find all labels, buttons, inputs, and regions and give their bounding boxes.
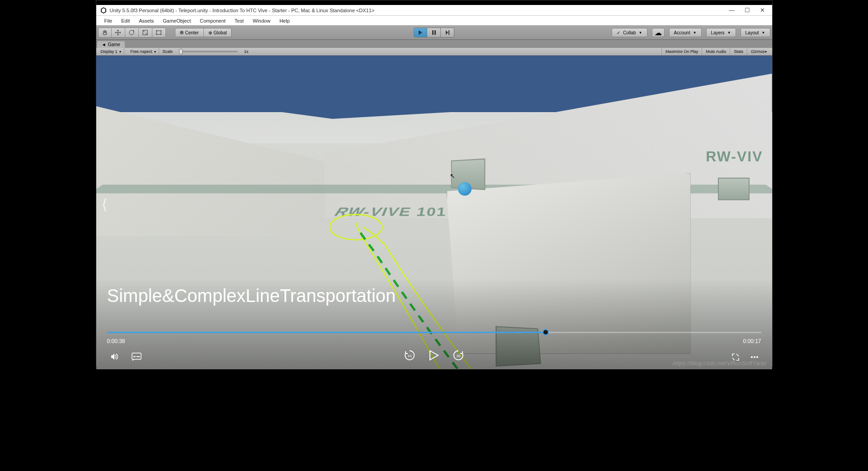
aspect-dropdown[interactable]: Free Aspect▾ [128, 48, 159, 55]
cursor-icon: ↖ [450, 172, 455, 179]
time-elapsed: 0:00:38 [107, 338, 125, 344]
scale-handle[interactable] [179, 49, 183, 54]
cloud-icon: ☁ [655, 28, 662, 37]
layers-dropdown[interactable]: Layers▼ [706, 28, 736, 37]
minimize-button[interactable]: — [728, 6, 736, 14]
layout-dropdown[interactable]: Layout▼ [741, 28, 770, 37]
scene-cube [718, 178, 750, 200]
display-dropdown[interactable]: Display 1▾ [98, 48, 124, 55]
svg-point-3 [156, 30, 157, 31]
pivot-handle-toggles: Center ⊕Global [175, 28, 232, 37]
game-tab-label: Game [108, 42, 120, 47]
title-bar: Unity 5.5.0f3 Personal (64bit) - Telepor… [96, 5, 772, 16]
collab-dropdown[interactable]: ✓Collab▼ [612, 28, 647, 37]
gizmos[interactable]: Gizmos▾ [747, 48, 770, 55]
menu-help[interactable]: Help [275, 17, 294, 25]
volume-button[interactable] [110, 352, 119, 361]
menu-edit[interactable]: Edit [117, 17, 134, 25]
handle-toggle[interactable]: ⊕Global [203, 28, 232, 37]
pivot-label: Center [185, 30, 199, 35]
play-video-button[interactable] [429, 350, 439, 361]
hand-tool[interactable] [98, 28, 112, 38]
transform-tools [98, 28, 166, 38]
svg-text:30: 30 [457, 354, 461, 358]
svg-point-17 [754, 356, 755, 358]
global-icon: ⊕ [208, 30, 212, 35]
svg-rect-7 [432, 30, 434, 35]
play-button[interactable] [414, 28, 427, 38]
scale-label: Scale [163, 49, 173, 54]
svg-point-18 [756, 356, 758, 358]
pause-button[interactable] [427, 28, 441, 38]
aspect-label: Free Aspect [131, 49, 152, 54]
svg-rect-2 [156, 31, 161, 34]
watermark: https://blog.csdn.net/VRunSoftYanlz [673, 360, 766, 367]
svg-text:10: 10 [408, 354, 412, 358]
game-toolbar: Display 1▾ Free Aspect▾ Scale 1x Maximiz… [96, 48, 772, 56]
maximize-on-play[interactable]: Maximize On Play [661, 48, 702, 55]
progress-handle[interactable] [542, 329, 549, 335]
gizmos-label: Gizmos [751, 49, 765, 54]
rotate-tool[interactable] [125, 28, 139, 38]
chevron-icon: ▾ [154, 50, 156, 54]
scene-table [447, 173, 691, 354]
floor-text: RW-VIV [706, 148, 763, 165]
collab-label: Collab [623, 30, 636, 35]
game-view: RW-VIVE 101 RW-VIV ↖ ⟨ Simple&ComplexLin… [96, 56, 772, 369]
cloud-button[interactable]: ☁ [652, 28, 665, 37]
scale-value: 1x [244, 49, 249, 54]
step-button[interactable] [441, 28, 454, 38]
menu-file[interactable]: File [100, 17, 117, 25]
chevron-down-icon: ▼ [727, 31, 731, 35]
floor-text: RW-VIVE 101 [331, 206, 447, 219]
move-tool[interactable] [112, 28, 125, 38]
close-button[interactable]: ✕ [759, 6, 767, 14]
chevron-icon: ▾ [765, 50, 767, 54]
layout-label: Layout [745, 30, 759, 35]
video-progress-bar[interactable] [107, 332, 761, 333]
account-dropdown[interactable]: Account▼ [669, 28, 702, 37]
main-toolbar: Center ⊕Global ✓Collab▼ ☁ Account▼ Layer… [96, 26, 772, 40]
scale-tool[interactable] [139, 28, 152, 38]
skip-back-button[interactable]: 10 [404, 349, 415, 361]
menu-test[interactable]: Test [230, 17, 248, 25]
svg-rect-8 [434, 30, 436, 35]
chevron-down-icon: ▼ [693, 31, 697, 35]
game-tab[interactable]: ◄Game [97, 41, 125, 48]
svg-point-0 [129, 30, 134, 35]
stats[interactable]: Stats [730, 48, 747, 55]
more-options-button[interactable] [750, 356, 759, 358]
pivot-toggle[interactable]: Center [175, 28, 204, 37]
layers-label: Layers [711, 30, 725, 35]
svg-point-4 [160, 30, 161, 31]
maximize-button[interactable]: ☐ [743, 6, 751, 14]
svg-point-6 [160, 34, 161, 35]
play-controls [414, 28, 454, 38]
rect-tool[interactable] [152, 28, 166, 38]
nav-prev-button[interactable]: ⟨ [102, 196, 107, 213]
tab-bar: ◄Game [96, 40, 772, 48]
center-icon [180, 31, 184, 34]
svg-point-16 [751, 356, 753, 358]
skip-forward-button[interactable]: 30 [453, 349, 464, 361]
game-icon: ◄ [102, 42, 106, 47]
account-label: Account [674, 30, 690, 35]
menu-component[interactable]: Component [195, 17, 230, 25]
svg-point-5 [156, 34, 157, 35]
menu-window[interactable]: Window [248, 17, 275, 25]
scene-ball [458, 182, 472, 196]
check-icon: ✓ [617, 30, 620, 35]
chevron-down-icon: ▼ [639, 31, 642, 35]
video-title: Simple&ComplexLineTransportation [107, 286, 396, 306]
svg-rect-9 [448, 30, 449, 35]
menu-assets[interactable]: Assets [134, 17, 158, 25]
svg-rect-13 [137, 356, 140, 357]
chevron-icon: ▾ [119, 50, 121, 54]
scale-slider[interactable] [179, 51, 238, 52]
svg-rect-12 [133, 356, 136, 357]
progress-fill [107, 332, 545, 333]
captions-button[interactable] [132, 353, 142, 361]
menu-bar: File Edit Assets GameObject Component Te… [96, 16, 772, 26]
mute-audio[interactable]: Mute Audio [702, 48, 730, 55]
menu-gameobject[interactable]: GameObject [158, 17, 195, 25]
